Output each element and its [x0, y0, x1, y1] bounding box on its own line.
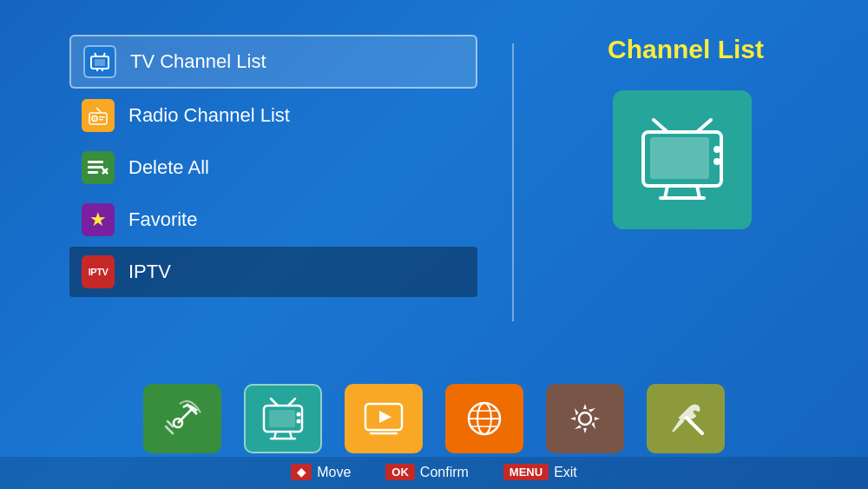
- iptv-label: IPTV: [128, 261, 171, 283]
- settings-button[interactable]: [546, 384, 624, 453]
- svg-line-11: [96, 108, 102, 113]
- move-badge: ◆: [291, 464, 312, 480]
- svg-rect-10: [99, 119, 103, 121]
- svg-line-30: [166, 426, 173, 433]
- radio-channel-list-icon: [82, 99, 115, 132]
- svg-rect-12: [88, 161, 103, 163]
- menu-item-iptv[interactable]: IPTV IPTV: [69, 247, 477, 297]
- svg-line-18: [697, 120, 711, 132]
- vertical-divider: [512, 43, 514, 321]
- bottom-toolbar: [0, 377, 868, 457]
- menu-item-radio-channel-list[interactable]: Radio Channel List: [69, 90, 477, 141]
- menu-item-favorite[interactable]: ★ Favorite: [69, 195, 477, 245]
- channel-list-icon-box: [613, 90, 752, 229]
- svg-rect-9: [99, 116, 105, 118]
- favorite-label: Favorite: [128, 208, 197, 231]
- hint-confirm: OK Confirm: [385, 464, 469, 480]
- menu-list: TV Channel List Radio Channel List: [69, 35, 477, 299]
- tv-channel-list-icon: [83, 45, 116, 78]
- svg-point-36: [297, 420, 301, 424]
- svg-line-17: [654, 120, 667, 132]
- svg-point-8: [94, 118, 95, 120]
- hint-exit: MENU Exit: [503, 464, 577, 480]
- internet-button[interactable]: [445, 384, 523, 453]
- svg-line-23: [665, 186, 667, 198]
- bottom-hints: ◆ Move OK Confirm MENU Exit: [0, 457, 868, 489]
- ok-badge: OK: [385, 464, 415, 480]
- tv-channel-list-label: TV Channel List: [130, 50, 266, 73]
- favorite-icon: ★: [82, 203, 115, 236]
- exit-hint-text: Exit: [554, 465, 577, 480]
- svg-line-24: [697, 186, 700, 198]
- svg-point-35: [297, 413, 301, 417]
- delete-all-label: Delete All: [128, 156, 209, 179]
- svg-rect-13: [88, 166, 103, 169]
- svg-rect-1: [95, 59, 105, 66]
- svg-point-48: [579, 413, 591, 425]
- svg-marker-41: [379, 411, 391, 423]
- right-panel: Channel List: [549, 35, 816, 229]
- tools-button[interactable]: [647, 384, 725, 453]
- iptv-icon: IPTV: [82, 255, 115, 288]
- svg-point-22: [713, 158, 720, 165]
- svg-line-29: [168, 421, 173, 426]
- svg-rect-20: [650, 137, 709, 179]
- menu-item-tv-channel-list[interactable]: TV Channel List: [69, 35, 477, 89]
- confirm-hint-text: Confirm: [420, 465, 469, 480]
- move-hint-text: Move: [317, 465, 351, 480]
- menu-item-delete-all[interactable]: Delete All: [69, 142, 477, 193]
- content-area: TV Channel List Radio Channel List: [0, 0, 868, 377]
- main-container: TV Channel List Radio Channel List: [0, 0, 868, 489]
- hint-move: ◆ Move: [291, 464, 351, 480]
- delete-all-icon: [82, 151, 115, 184]
- satellite-button[interactable]: [143, 384, 221, 453]
- svg-rect-34: [269, 410, 295, 427]
- media-player-button[interactable]: [345, 384, 423, 453]
- radio-channel-list-label: Radio Channel List: [128, 104, 290, 127]
- svg-point-21: [713, 146, 720, 153]
- menu-badge: MENU: [503, 464, 549, 480]
- page-title: Channel List: [608, 35, 764, 64]
- tv-button[interactable]: [244, 384, 322, 453]
- svg-rect-14: [88, 171, 98, 174]
